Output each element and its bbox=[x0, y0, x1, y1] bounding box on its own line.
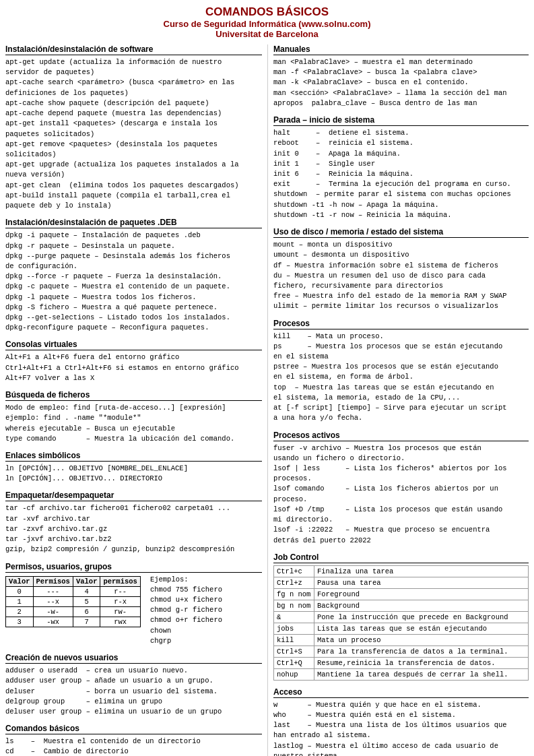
job-control-table: Ctrl+cFinaliza una tareaCtrl+zPausa una … bbox=[273, 565, 529, 681]
section-enlaces: Enlaces simbólicos ln [OPCIÓN]... OBJETI… bbox=[5, 451, 262, 484]
section-instalacion-software: Instalación/desinstalación de software a… bbox=[5, 44, 262, 211]
job-key: bg n nom bbox=[274, 600, 314, 611]
section-title-busqueda: Búsqueda de ficheros bbox=[5, 390, 262, 401]
job-key: Ctrl+Q bbox=[274, 657, 314, 668]
job-description: Pone la instrucción que precede en Backg… bbox=[314, 611, 529, 623]
job-key: fg n nom bbox=[274, 588, 314, 600]
perm-cell: -wx bbox=[33, 617, 73, 627]
section-title-job-control: Job Control bbox=[273, 553, 529, 563]
job-table-row: nohupMantiene la tarea después de cerrar… bbox=[274, 668, 529, 680]
section-content-instalacion-software: apt-get update (actualiza la información… bbox=[5, 57, 262, 211]
section-title-procesos-activos: Procesos activos bbox=[273, 431, 529, 441]
job-table-row: Ctrl+zPausa una tarea bbox=[274, 577, 529, 588]
job-table-row: Ctrl+SPara la transferencia de datos a l… bbox=[274, 645, 529, 657]
perm-cell: rw- bbox=[100, 606, 140, 617]
section-content-empaquetar: tar -cf archivo.tar fichero01 fichero02 … bbox=[5, 503, 262, 555]
job-description: Pausa una tarea bbox=[314, 577, 529, 588]
perm-cell: r-x bbox=[100, 596, 140, 606]
perm-cell: 4 bbox=[73, 586, 100, 596]
job-description: Lista las tareas que se están ejecutando bbox=[314, 623, 529, 634]
job-description: Foreground bbox=[314, 588, 529, 600]
permisos-content: Valor Permisos Valor permisos 0---4r--1-… bbox=[5, 575, 262, 647]
section-comandos-basicos: Comandos básicos ls – Muestra el conteni… bbox=[5, 724, 262, 756]
perm-cell: 1 bbox=[6, 596, 34, 606]
section-nuevos-usuarios: Creación de nuevos usuarios adduser o us… bbox=[5, 653, 262, 717]
section-title-manuales: Manuales bbox=[273, 44, 529, 55]
job-key: jobs bbox=[274, 623, 314, 634]
section-content-acceso: w – Muestra quién y que hace en el siste… bbox=[273, 700, 529, 756]
section-title-disco: Uso de disco / memoria / estado del sist… bbox=[273, 227, 529, 238]
section-instalacion-deb: Instalación/desinstalación de paquetes .… bbox=[5, 218, 262, 333]
section-title-permisos: Permisos, usuarios, grupos bbox=[5, 562, 262, 573]
job-description: Para la transferencia de datos a la term… bbox=[314, 645, 529, 657]
perm-cell: rwx bbox=[100, 617, 140, 627]
section-content-nuevos-usuarios: adduser o useradd – crea un usuario nuev… bbox=[5, 666, 262, 717]
job-description: Finaliza una tarea bbox=[314, 565, 529, 577]
left-column: Instalación/desinstalación de software a… bbox=[5, 44, 268, 756]
section-disco: Uso de disco / memoria / estado del sist… bbox=[273, 227, 529, 312]
section-content-procesos-activos: fuser -v archivo – Muestra los procesos … bbox=[273, 443, 529, 546]
section-title-empaquetar: Empaquetar/desempaquetar bbox=[5, 491, 262, 501]
section-content-manuales: man <PalabraClave> – muestra el man dete… bbox=[273, 57, 529, 108]
section-content-disco: mount – monta un dispositivo umount – de… bbox=[273, 240, 529, 312]
job-table-row: Ctrl+QResume,reinicia la transferencia d… bbox=[274, 657, 529, 668]
job-key: Ctrl+z bbox=[274, 577, 314, 588]
section-procesos-activos: Procesos activos fuser -v archivo – Mues… bbox=[273, 431, 529, 546]
perm-header-permisos1: Permisos bbox=[33, 576, 73, 586]
perm-cell: 7 bbox=[73, 617, 100, 627]
section-title-procesos: Procesos bbox=[273, 319, 529, 329]
job-table-row: jobsLista las tareas que se están ejecut… bbox=[274, 623, 529, 634]
permisos-table: Valor Permisos Valor permisos 0---4r--1-… bbox=[5, 576, 141, 627]
section-content-consolas: Alt+F1 a Alt+F6 fuera del entorno gráfic… bbox=[5, 352, 262, 383]
section-title-comandos-basicos: Comandos básicos bbox=[5, 724, 262, 734]
section-content-busqueda: Modo de empleo: find [ruta-de-acceso...]… bbox=[5, 403, 262, 444]
job-key: & bbox=[274, 611, 314, 623]
job-key: Ctrl+S bbox=[274, 645, 314, 657]
subtitle-line1: Curso de Seguridad Informática (www.soln… bbox=[5, 19, 529, 29]
perm-cell: --- bbox=[33, 586, 73, 596]
perm-cell: 3 bbox=[6, 617, 34, 627]
job-description: Mata un proceso bbox=[314, 634, 529, 645]
job-table-row: fg n nomForeground bbox=[274, 588, 529, 600]
permisos-examples: Ejemplos: chmod 755 fichero chmod u+x fi… bbox=[150, 575, 222, 647]
perm-cell: 6 bbox=[73, 606, 100, 617]
section-acceso: Acceso w – Muestra quién y que hace en e… bbox=[273, 687, 529, 756]
section-content-comandos-basicos: ls – Muestra el contenido de un director… bbox=[5, 736, 262, 756]
section-empaquetar: Empaquetar/desempaquetar tar -cf archivo… bbox=[5, 491, 262, 555]
section-content-parada: halt – detiene el sistema. reboot – rein… bbox=[273, 128, 529, 220]
section-content-instalacion-deb: dpkg -i paquete – Instalación de paquete… bbox=[5, 230, 262, 333]
subtitle-line2: Universitat de Barcelona bbox=[5, 29, 529, 39]
perm-cell: r-- bbox=[100, 586, 140, 596]
job-table-row: bg n nomBackground bbox=[274, 600, 529, 611]
section-permisos: Permisos, usuarios, grupos Valor Permiso… bbox=[5, 562, 262, 647]
perm-header-permisos2: permisos bbox=[100, 576, 140, 586]
perm-cell: 2 bbox=[6, 606, 34, 617]
perm-cell: 0 bbox=[6, 586, 34, 596]
job-table-row: &Pone la instrucción que precede en Back… bbox=[274, 611, 529, 623]
perm-cell: --x bbox=[33, 596, 73, 606]
job-description: Background bbox=[314, 600, 529, 611]
job-key: kill bbox=[274, 634, 314, 645]
job-key: Ctrl+c bbox=[274, 565, 314, 577]
page-header: COMANDOS BÁSICOS Curso de Seguridad Info… bbox=[5, 5, 529, 39]
main-title: COMANDOS BÁSICOS bbox=[5, 5, 529, 19]
perm-cell: 5 bbox=[73, 596, 100, 606]
section-title-instalacion-software: Instalación/desinstalación de software bbox=[5, 44, 262, 55]
section-manuales: Manuales man <PalabraClave> – muestra el… bbox=[273, 44, 529, 108]
section-title-nuevos-usuarios: Creación de nuevos usuarios bbox=[5, 653, 262, 664]
section-title-enlaces: Enlaces simbólicos bbox=[5, 451, 262, 462]
section-procesos: Procesos kill – Mata un proceso. ps – Mu… bbox=[273, 319, 529, 424]
perm-cell: -w- bbox=[33, 606, 73, 617]
job-description: Resume,reinicia la transferencia de dato… bbox=[314, 657, 529, 668]
section-content-procesos: kill – Mata un proceso. ps – Muestra los… bbox=[273, 332, 529, 424]
section-parada: Parada – inicio de sistema halt – detien… bbox=[273, 115, 529, 220]
section-content-enlaces: ln [OPCIÓN]... OBJETIVO [NOMBRE_DEL_ENLA… bbox=[5, 464, 262, 484]
section-job-control: Job Control Ctrl+cFinaliza una tareaCtrl… bbox=[273, 553, 529, 681]
job-description: Mantiene la tarea después de cerrar la s… bbox=[314, 668, 529, 680]
section-title-acceso: Acceso bbox=[273, 687, 529, 698]
section-busqueda: Búsqueda de ficheros Modo de empleo: fin… bbox=[5, 390, 262, 444]
right-column: Manuales man <PalabraClave> – muestra el… bbox=[268, 44, 529, 756]
perm-header-valor2: Valor bbox=[73, 576, 100, 586]
perm-header-valor1: Valor bbox=[6, 576, 34, 586]
section-title-instalacion-deb: Instalación/desinstalación de paquetes .… bbox=[5, 218, 262, 228]
